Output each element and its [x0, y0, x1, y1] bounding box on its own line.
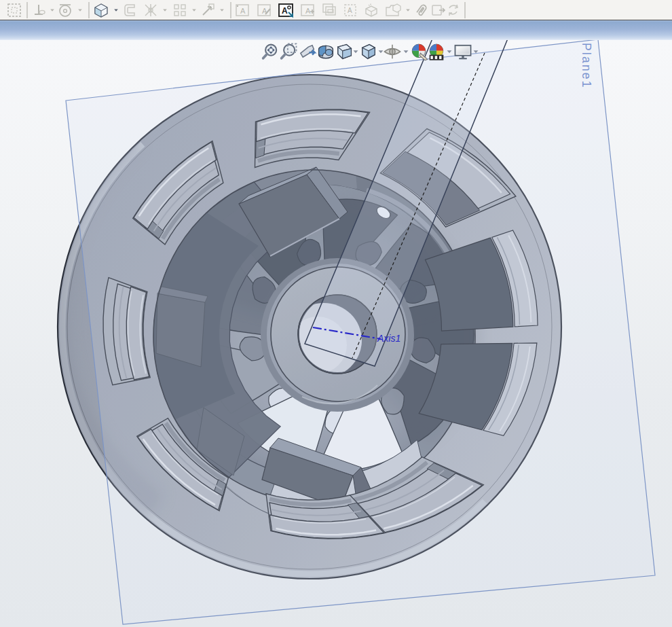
svg-text:Axis1: Axis1 — [377, 333, 400, 344]
svg-text:A: A — [305, 7, 311, 15]
svg-text:A: A — [282, 6, 288, 16]
svg-text:A: A — [240, 7, 246, 15]
svg-text:Plane1: Plane1 — [580, 43, 593, 89]
svg-text:A: A — [348, 7, 352, 14]
